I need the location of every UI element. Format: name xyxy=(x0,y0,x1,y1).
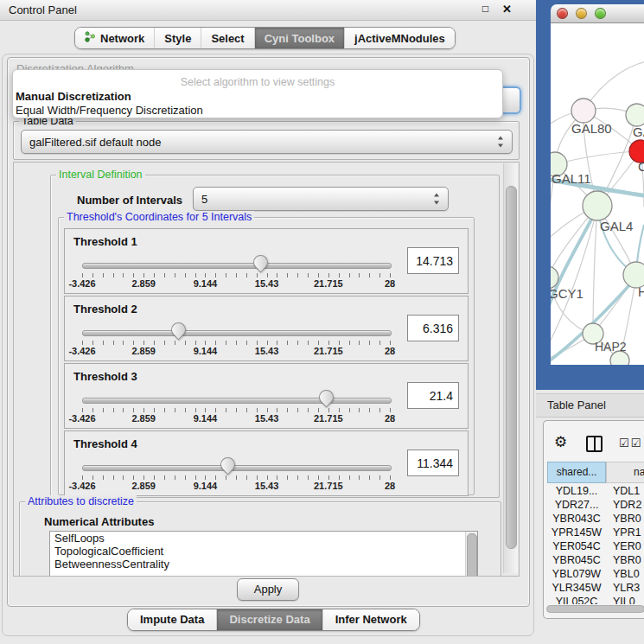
tick-mark xyxy=(123,475,124,480)
cell-name: YBR0 xyxy=(606,554,641,568)
slider-track[interactable] xyxy=(82,263,392,269)
table-hscrollbar[interactable] xyxy=(546,605,644,613)
network-edge[interactable] xyxy=(555,151,641,164)
tick-label: 28 xyxy=(364,481,416,491)
column-header-shared-name[interactable]: shared... xyxy=(547,462,606,483)
scrollbar-thumb[interactable] xyxy=(506,186,517,549)
tick-mark xyxy=(297,341,298,345)
tick-mark xyxy=(277,341,277,345)
slider-handle[interactable] xyxy=(168,319,188,340)
node-label-c: C xyxy=(638,159,644,174)
tick-label: 28 xyxy=(364,413,416,424)
apply-button[interactable]: Apply xyxy=(237,578,299,601)
attributes-list-scrollbar[interactable] xyxy=(465,532,477,577)
number-of-intervals-combobox[interactable]: 5 xyxy=(193,187,449,211)
threshold-label: Threshold 3 xyxy=(73,370,137,383)
network-canvas[interactable]: GAL80GAGAL11CGAL4GCY1HHAP2 xyxy=(551,23,644,365)
tick-label: 28 xyxy=(364,278,416,289)
table-row[interactable]: YIL052CYIL0 xyxy=(547,596,644,604)
cell-shared-name: YBL079W xyxy=(547,568,606,582)
columns-icon[interactable] xyxy=(586,436,603,452)
tick-label: -3.426 xyxy=(56,481,108,491)
slider-track[interactable] xyxy=(82,330,392,336)
tick-mark xyxy=(287,408,288,412)
table-row[interactable]: YDL19...YDL1 xyxy=(547,485,644,499)
settings-scroll-panel: Interval Definition Number of Intervals … xyxy=(13,162,520,577)
tab-style[interactable]: Style xyxy=(154,28,201,48)
table-row[interactable]: YDR27...YDR2 xyxy=(547,499,644,513)
attribute-item-selfloops[interactable]: SelfLoops xyxy=(50,532,477,545)
tab-network[interactable]: Network xyxy=(75,28,154,48)
tick-mark xyxy=(349,408,350,412)
control-panel-tabs: NetworkStyleSelectCyni ToolboxjActiveMNo… xyxy=(74,27,456,49)
threshold-value-field[interactable]: 6.316 xyxy=(407,315,459,341)
tick-mark xyxy=(226,273,226,277)
threshold-value-field[interactable]: 14.713 xyxy=(407,247,459,274)
tick-mark xyxy=(226,408,226,412)
tick-label: 9.144 xyxy=(179,278,231,289)
window-title: Control Panel xyxy=(9,3,77,16)
tick-mark xyxy=(205,475,206,480)
tick-mark xyxy=(123,341,124,345)
tick-mark xyxy=(287,273,288,277)
table-row[interactable]: YBR045CYBR0 xyxy=(547,554,644,568)
scrollbar-thumb[interactable] xyxy=(467,533,477,577)
tick-label: 28 xyxy=(364,346,416,356)
control-panel-window: Control Panel □ ✕ NetworkStyleSelectCyni… xyxy=(0,0,536,644)
column-header-name[interactable]: na xyxy=(606,462,644,483)
slider-track[interactable] xyxy=(82,465,392,471)
threshold-value-field[interactable]: 11.344 xyxy=(407,450,459,476)
dropdown-option-manual-discretization[interactable]: Manual Discretization xyxy=(16,90,500,104)
tab-impute-data[interactable]: Impute Data xyxy=(128,609,216,630)
tab-jactivemnodules[interactable]: jActiveMNodules xyxy=(344,28,455,48)
table-row[interactable]: YER054CYER0 xyxy=(547,540,644,554)
tab-select[interactable]: Select xyxy=(201,28,253,48)
checkbox-icons[interactable]: ☑☑ xyxy=(619,437,642,450)
tick-mark xyxy=(236,408,237,412)
table-row[interactable]: YBL079WYBL0 xyxy=(547,568,644,582)
slider-handle[interactable] xyxy=(217,454,238,475)
attribute-item-betweennesscentrality[interactable]: BetweennessCentrality xyxy=(50,558,477,571)
settings-panel-scrollbar[interactable] xyxy=(503,163,518,573)
close-icon[interactable]: ✕ xyxy=(502,3,512,16)
network-node-gal80[interactable] xyxy=(571,99,596,123)
network-window-titlebar[interactable] xyxy=(551,4,644,23)
tab-infer-network[interactable]: Infer Network xyxy=(322,609,419,630)
tick-mark xyxy=(287,475,288,480)
dropdown-option-equal-width-frequency-discretization[interactable]: Equal Width/Frequency Discretization xyxy=(16,104,500,118)
table-row[interactable]: YLR345WYLR3 xyxy=(547,582,644,596)
network-node[interactable] xyxy=(626,104,644,126)
slider-handle[interactable] xyxy=(250,252,271,272)
table-row[interactable]: YPR145WYPR1 xyxy=(547,526,644,540)
zoom-traffic-light-icon[interactable] xyxy=(595,8,606,19)
combobox-stepper-icon xyxy=(434,194,440,205)
gear-icon[interactable]: ⚙ xyxy=(554,433,567,451)
tick-mark xyxy=(359,341,360,345)
tab-cyni-toolbox[interactable]: Cyni Toolbox xyxy=(254,28,344,48)
minimize-traffic-light-icon[interactable] xyxy=(576,8,587,19)
tab-discretize-data[interactable]: Discretize Data xyxy=(216,609,322,630)
close-traffic-light-icon[interactable] xyxy=(557,8,568,19)
threshold-label: Threshold 1 xyxy=(73,235,137,248)
attribute-item-topologicalcoefficient[interactable]: TopologicalCoefficient xyxy=(50,545,477,558)
table-row[interactable]: YBR043CYBR0 xyxy=(547,513,644,526)
threshold-value-field[interactable]: 21.4 xyxy=(407,382,459,409)
cyni-toolbox-panel: Discretization Algorithm Select algorith… xyxy=(7,57,530,607)
tick-mark xyxy=(379,475,380,480)
tick-mark xyxy=(195,408,196,412)
tick-mark xyxy=(349,273,350,277)
table-data-group: Table Data galFiltered.sif default node xyxy=(13,121,520,160)
tick-label: 21.715 xyxy=(303,413,354,424)
tick-mark xyxy=(390,408,391,412)
node-label-gcy1: GCY1 xyxy=(551,286,583,301)
tick-label: 21.715 xyxy=(303,278,354,289)
network-edge[interactable] xyxy=(593,206,597,334)
tick-mark xyxy=(175,341,175,345)
slider-track[interactable] xyxy=(82,398,392,404)
network-node-gal4[interactable] xyxy=(583,191,612,220)
slider-handle[interactable] xyxy=(316,386,336,407)
table-data-combobox[interactable]: galFiltered.sif default node xyxy=(21,130,513,154)
tick-mark xyxy=(328,408,329,412)
float-icon[interactable]: □ xyxy=(482,3,488,15)
tick-mark xyxy=(318,475,319,480)
